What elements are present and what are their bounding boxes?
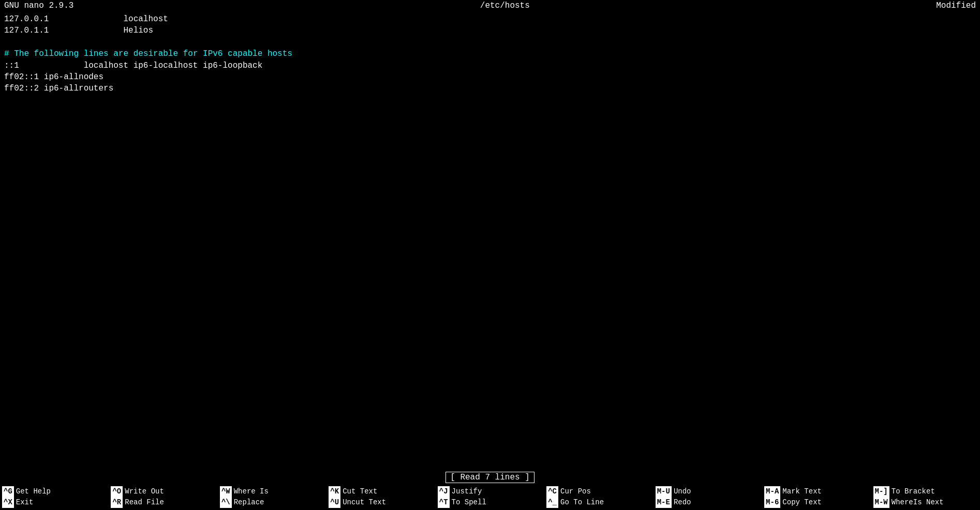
shortcut-to-spell[interactable]: ^T To Spell — [438, 497, 542, 508]
shortcut-read-file[interactable]: ^R Read File — [111, 497, 215, 508]
key-whereis-next: M-W — [873, 497, 889, 508]
shortcut-group-5: ^J Justify ^T To Spell — [436, 485, 544, 509]
status-message: [ Read 7 lines ] — [446, 472, 534, 483]
key-to-spell: ^T — [438, 497, 450, 508]
action-whereis-next: WhereIs Next — [892, 497, 944, 508]
action-exit: Exit — [16, 497, 34, 508]
action-replace: Replace — [234, 497, 264, 508]
shortcut-redo[interactable]: M-E Redo — [656, 497, 760, 508]
key-justify: ^J — [438, 486, 450, 497]
shortcut-group-2: ^O Write Out ^R Read File — [109, 485, 217, 509]
shortcut-group-4: ^K Cut Text ^U Uncut Text — [326, 485, 435, 509]
shortcut-group-6: ^C Cur Pos ^_ Go To Line — [544, 485, 653, 509]
action-justify: Justify — [452, 486, 482, 497]
action-uncut-text: Uncut Text — [343, 497, 386, 508]
shortcut-group-3: ^W Where Is ^\ Replace — [218, 485, 326, 509]
action-mark-text: Mark Text — [782, 486, 822, 497]
key-get-help: ^G — [2, 486, 14, 497]
shortcut-where-is[interactable]: ^W Where Is — [220, 486, 324, 497]
shortcut-whereis-next[interactable]: M-W WhereIs Next — [873, 497, 978, 508]
action-go-to-line: Go To Line — [560, 497, 604, 508]
shortcut-to-bracket[interactable]: M-] To Bracket — [873, 486, 978, 497]
shortcut-cur-pos[interactable]: ^C Cur Pos — [546, 486, 651, 497]
key-mark-text: M-A — [764, 486, 780, 497]
action-undo: Undo — [674, 486, 691, 497]
line-7: ff02::2 ip6-allrouters — [4, 83, 976, 94]
shortcut-mark-text[interactable]: M-A Mark Text — [764, 486, 869, 497]
key-undo: M-U — [656, 486, 672, 497]
shortcut-cut-text[interactable]: ^K Cut Text — [329, 486, 433, 497]
filename: /etc/hosts — [480, 1, 530, 10]
shortcut-group-7: M-U Undo M-E Redo — [654, 485, 762, 509]
shortcut-bar: ^G Get Help ^X Exit ^O Write Out ^R Read… — [0, 484, 980, 510]
action-to-spell: To Spell — [452, 497, 486, 508]
key-write-out: ^O — [111, 486, 123, 497]
title-bar: GNU nano 2.9.3 /etc/hosts Modified — [0, 0, 980, 11]
key-copy-text: M-6 — [764, 497, 780, 508]
action-redo: Redo — [674, 497, 691, 508]
action-copy-text: Copy Text — [782, 497, 822, 508]
shortcut-justify[interactable]: ^J Justify — [438, 486, 542, 497]
line-6: ff02::1 ip6-allnodes — [4, 71, 976, 83]
key-to-bracket: M-] — [873, 486, 889, 497]
line-4: # The following lines are desirable for … — [4, 48, 976, 59]
shortcut-go-to-line[interactable]: ^_ Go To Line — [546, 497, 651, 508]
shortcut-copy-text[interactable]: M-6 Copy Text — [764, 497, 869, 508]
action-read-file: Read File — [125, 497, 164, 508]
app-name: GNU nano 2.9.3 — [4, 1, 73, 10]
shortcut-uncut-text[interactable]: ^U Uncut Text — [329, 497, 433, 508]
shortcut-replace[interactable]: ^\ Replace — [220, 497, 324, 508]
action-to-bracket: To Bracket — [892, 486, 935, 497]
key-read-file: ^R — [111, 497, 123, 508]
key-exit: ^X — [2, 497, 14, 508]
shortcut-write-out[interactable]: ^O Write Out — [111, 486, 215, 497]
shortcut-exit[interactable]: ^X Exit — [2, 497, 107, 508]
shortcut-group-9: M-] To Bracket M-W WhereIs Next — [871, 485, 980, 509]
key-redo: M-E — [656, 497, 672, 508]
key-go-to-line: ^_ — [546, 497, 558, 508]
key-uncut-text: ^U — [329, 497, 340, 508]
editor-area[interactable]: 127.0.0.1 localhost 127.0.1.1 Helios # T… — [0, 11, 980, 471]
line-5: ::1 localhost ip6-localhost ip6-loopback — [4, 60, 976, 71]
action-get-help: Get Help — [16, 486, 51, 497]
status-bar: [ Read 7 lines ] — [0, 471, 980, 484]
action-write-out: Write Out — [125, 486, 164, 497]
action-cur-pos: Cur Pos — [560, 486, 591, 497]
action-cut-text: Cut Text — [343, 486, 377, 497]
line-1: 127.0.0.1 localhost — [4, 13, 976, 25]
key-cut-text: ^K — [329, 486, 340, 497]
shortcut-undo[interactable]: M-U Undo — [656, 486, 760, 497]
shortcut-group-1: ^G Get Help ^X Exit — [0, 485, 109, 509]
key-where-is: ^W — [220, 486, 232, 497]
key-replace: ^\ — [220, 497, 232, 508]
key-cur-pos: ^C — [546, 486, 558, 497]
action-where-is: Where Is — [234, 486, 269, 497]
line-3 — [4, 37, 976, 48]
shortcut-group-8: M-A Mark Text M-6 Copy Text — [762, 485, 871, 509]
modified-status: Modified — [936, 1, 976, 10]
shortcut-get-help[interactable]: ^G Get Help — [2, 486, 107, 497]
line-2: 127.0.1.1 Helios — [4, 25, 976, 36]
